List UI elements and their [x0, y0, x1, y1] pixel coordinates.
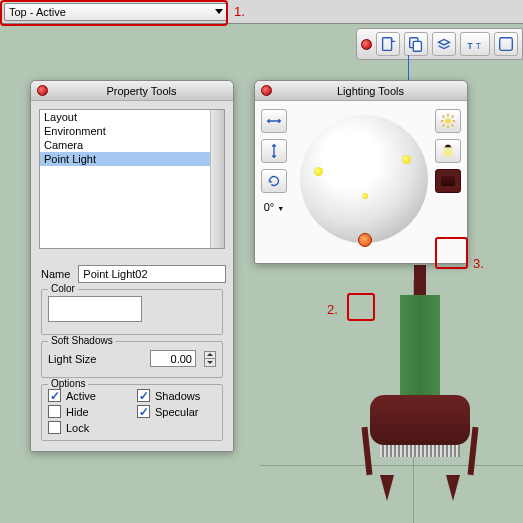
view-dropdown[interactable]: Top - Active — [4, 3, 228, 21]
checkbox-icon — [137, 389, 150, 402]
toolbar-btn-shape[interactable] — [494, 32, 518, 56]
svg-line-14 — [452, 116, 454, 118]
sun-light-button[interactable] — [435, 109, 461, 133]
options-label: Options — [48, 378, 88, 389]
name-input[interactable] — [78, 265, 226, 283]
lighting-tools-panel: Lighting Tools 0° ▼ — [254, 80, 468, 264]
name-label: Name — [41, 268, 70, 280]
soft-shadows-label: Soft Shadows — [48, 335, 116, 346]
light-size-input[interactable] — [150, 350, 196, 367]
list-item[interactable]: Layout — [40, 110, 224, 124]
list-item-selected[interactable]: Point Light — [40, 152, 224, 166]
checkbox-icon — [48, 421, 61, 434]
svg-line-11 — [443, 116, 445, 118]
option-specular[interactable]: Specular — [137, 405, 216, 418]
light-point-selected[interactable] — [358, 233, 372, 247]
light-point-center[interactable] — [362, 193, 368, 199]
callout-number-1: 1. — [234, 4, 245, 19]
stepper-down[interactable] — [204, 359, 216, 367]
close-icon[interactable] — [261, 85, 272, 96]
option-shadows[interactable]: Shadows — [137, 389, 216, 402]
option-hide[interactable]: Hide — [48, 405, 127, 418]
svg-rect-2 — [413, 41, 421, 51]
light-point-yellow[interactable] — [402, 155, 411, 164]
toolbar-btn-copy[interactable] — [404, 32, 428, 56]
stepper-up[interactable] — [204, 351, 216, 359]
svg-line-13 — [443, 125, 445, 127]
list-item[interactable]: Camera — [40, 138, 224, 152]
property-list[interactable]: Layout Environment Camera Point Light — [39, 109, 225, 249]
light-size-label: Light Size — [48, 353, 96, 365]
svg-line-12 — [452, 125, 454, 127]
chevron-down-icon — [215, 9, 223, 14]
scrollbar[interactable] — [210, 110, 224, 248]
color-swatch[interactable] — [48, 296, 142, 322]
svg-rect-5 — [500, 38, 513, 51]
scene-object-lamp[interactable] — [360, 265, 480, 523]
list-item[interactable]: Environment — [40, 124, 224, 138]
property-tools-panel: Property Tools Layout Environment Camera… — [30, 80, 234, 452]
toolbar-btn-layers[interactable] — [432, 32, 456, 56]
color-label: Color — [48, 283, 78, 294]
record-dot-icon — [361, 39, 372, 50]
checkbox-icon — [48, 405, 61, 418]
panel-title: Property Tools — [56, 85, 227, 97]
checkbox-icon — [137, 405, 150, 418]
toolbar-btn-text[interactable]: TT — [460, 32, 490, 56]
light-point-yellow[interactable] — [314, 167, 323, 176]
callout-number-2: 2. — [327, 302, 338, 317]
spot-light-button[interactable] — [435, 139, 461, 163]
light-color-swatch[interactable] — [435, 169, 461, 193]
move-vertical-button[interactable] — [261, 139, 287, 163]
svg-rect-0 — [383, 38, 392, 51]
option-lock[interactable]: Lock — [48, 421, 127, 434]
svg-text:T: T — [476, 42, 481, 51]
toolbar-btn-document[interactable] — [376, 32, 400, 56]
rotation-value: 0° ▼ — [261, 201, 287, 213]
move-horizontal-button[interactable] — [261, 109, 287, 133]
svg-point-6 — [445, 118, 450, 123]
option-active[interactable]: Active — [48, 389, 127, 402]
svg-text:T: T — [468, 42, 473, 51]
panel-titlebar[interactable]: Property Tools — [31, 81, 233, 101]
panel-title: Lighting Tools — [280, 85, 461, 97]
close-icon[interactable] — [37, 85, 48, 96]
rotate-button[interactable] — [261, 169, 287, 193]
lighting-sphere[interactable] — [300, 115, 428, 243]
view-dropdown-value: Top - Active — [9, 6, 66, 18]
top-toolbar: TT — [356, 28, 523, 60]
checkbox-icon — [48, 389, 61, 402]
callout-number-3: 3. — [473, 256, 484, 271]
panel-titlebar[interactable]: Lighting Tools — [255, 81, 467, 101]
